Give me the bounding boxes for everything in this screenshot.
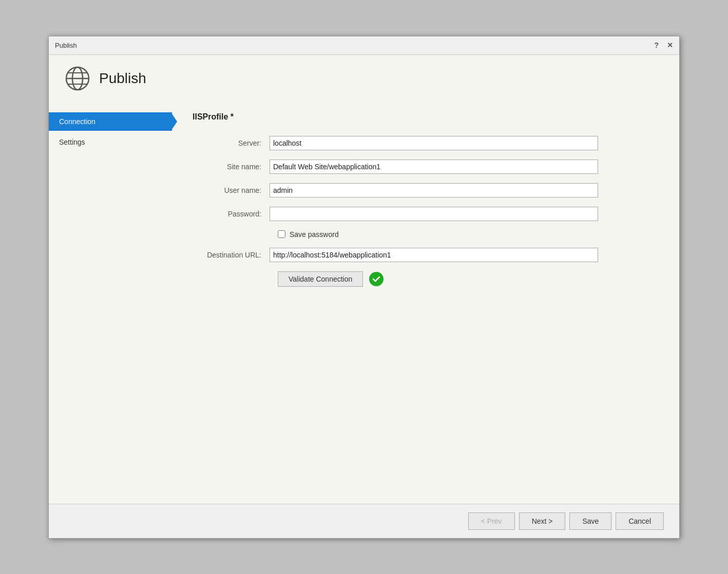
server-group: Server:	[193, 136, 659, 150]
section-title: IISProfile *	[193, 112, 659, 122]
site-name-input[interactable]	[270, 160, 598, 174]
user-name-group: User name:	[193, 183, 659, 197]
nav-item-connection[interactable]: Connection	[49, 112, 172, 131]
validate-connection-button[interactable]: Validate Connection	[278, 271, 363, 287]
save-password-checkbox[interactable]	[278, 230, 285, 238]
site-name-label: Site name:	[193, 163, 270, 171]
help-button[interactable]: ?	[654, 41, 659, 49]
close-button[interactable]: ✕	[667, 41, 673, 49]
dialog-body: Publish Connection Settings IISProfile *…	[49, 55, 679, 538]
publish-dialog: Publish ? ✕ Publish Connection	[48, 36, 680, 539]
user-name-input[interactable]	[270, 183, 598, 197]
prev-button[interactable]: < Prev	[468, 512, 515, 530]
dialog-main: Connection Settings IISProfile * Server:…	[49, 102, 679, 504]
title-bar-controls: ? ✕	[654, 41, 673, 49]
dialog-title: Publish	[99, 70, 146, 87]
save-password-label[interactable]: Save password	[290, 230, 339, 239]
validate-row: Validate Connection	[278, 271, 659, 287]
header-section: Publish	[49, 55, 679, 102]
server-label: Server:	[193, 139, 270, 147]
next-button[interactable]: Next >	[519, 512, 566, 530]
cancel-button[interactable]: Cancel	[616, 512, 664, 530]
connection-valid-icon	[369, 272, 384, 286]
password-label: Password:	[193, 210, 270, 218]
nav-item-settings[interactable]: Settings	[49, 133, 172, 151]
left-panel: Connection Settings	[49, 102, 172, 504]
save-button[interactable]: Save	[569, 512, 611, 530]
destination-url-group: Destination URL:	[193, 248, 659, 262]
footer: < Prev Next > Save Cancel	[49, 504, 679, 538]
title-bar-left: Publish	[55, 42, 77, 49]
password-input[interactable]	[270, 207, 598, 221]
site-name-group: Site name:	[193, 160, 659, 174]
save-password-row: Save password	[278, 230, 659, 239]
destination-url-input[interactable]	[270, 248, 598, 262]
password-group: Password:	[193, 207, 659, 221]
destination-url-label: Destination URL:	[193, 251, 270, 259]
right-panel: IISProfile * Server: Site name: User nam…	[172, 102, 679, 504]
title-bar: Publish ? ✕	[49, 36, 679, 55]
title-bar-title: Publish	[55, 42, 77, 49]
globe-icon	[64, 65, 91, 92]
server-input[interactable]	[270, 136, 598, 150]
user-name-label: User name:	[193, 186, 270, 194]
